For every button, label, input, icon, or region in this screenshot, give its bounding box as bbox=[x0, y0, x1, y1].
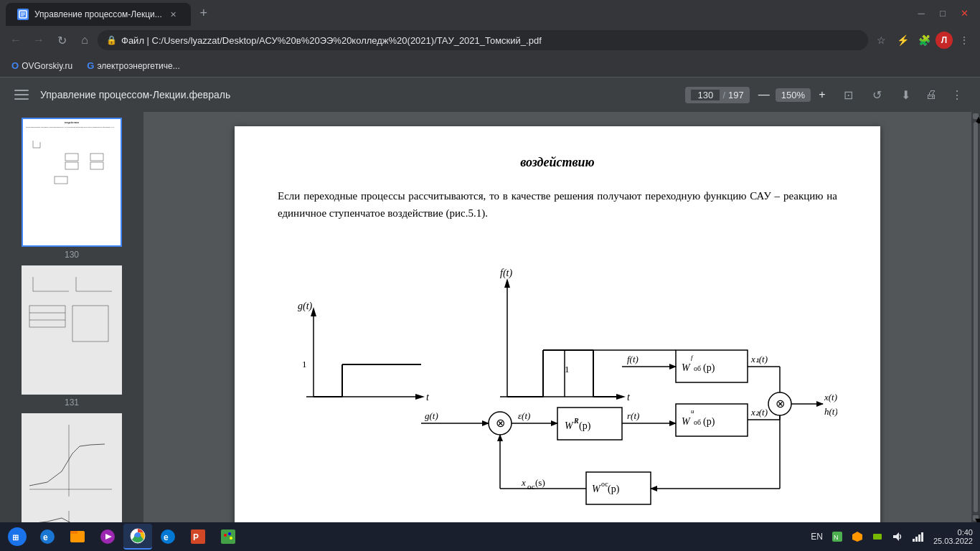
page-number-input[interactable] bbox=[691, 90, 720, 100]
page-separator: / bbox=[722, 90, 725, 100]
performance-button[interactable]: ⚡ bbox=[892, 30, 913, 50]
svg-text:W: W bbox=[682, 416, 691, 427]
svg-text:u: u bbox=[691, 408, 694, 415]
svg-text:W: W bbox=[565, 420, 574, 431]
svg-text:g(t): g(t) bbox=[425, 410, 438, 421]
svg-text:W: W bbox=[682, 362, 691, 373]
svg-text:W: W bbox=[592, 484, 601, 494]
extension-button[interactable]: 🧩 bbox=[914, 30, 934, 50]
svg-text:x: x bbox=[521, 477, 526, 488]
more-options-button[interactable]: ⋮ bbox=[946, 83, 969, 106]
svg-text:f(t): f(t) bbox=[500, 268, 512, 279]
tab-label: Управление процессом-Лекци... bbox=[34, 9, 162, 19]
forward-button[interactable]: → bbox=[29, 30, 49, 50]
taskbar-explorer[interactable] bbox=[63, 524, 92, 550]
minimize-button[interactable]: ─ bbox=[911, 3, 931, 23]
taskbar-powerpoint[interactable]: P bbox=[184, 524, 212, 550]
bookmark-ovgorskiy[interactable]: O OVGorskiy.ru bbox=[6, 57, 78, 74]
bookmark-favicon-1: O bbox=[11, 60, 19, 71]
security-icon: 🔒 bbox=[106, 35, 117, 45]
back-button[interactable]: ← bbox=[6, 30, 26, 50]
pdf-content-area[interactable]: воздействию Если переходные процессы рас… bbox=[143, 112, 971, 522]
svg-text:об: об bbox=[694, 364, 701, 372]
fit-page-button[interactable]: ⊡ bbox=[837, 83, 859, 106]
scroll-up-button[interactable]: ▲ bbox=[973, 113, 979, 119]
print-button[interactable]: 🖨 bbox=[920, 83, 943, 106]
zoom-in-button[interactable]: + bbox=[814, 86, 831, 103]
svg-text:x₁(t): x₁(t) bbox=[750, 354, 768, 364]
tray-network-bars[interactable] bbox=[909, 529, 926, 544]
zoom-out-button[interactable]: — bbox=[755, 86, 773, 103]
svg-text:об: об bbox=[694, 418, 701, 426]
reload-button[interactable]: ↻ bbox=[52, 30, 72, 50]
maximize-button[interactable]: □ bbox=[933, 3, 953, 23]
bookmarks-bar: O OVGorskiy.ru G электроэнергетиче... bbox=[0, 55, 980, 77]
taskbar-media[interactable] bbox=[93, 524, 122, 550]
scroll-thumb[interactable] bbox=[974, 122, 978, 512]
tray-lang-text: EN bbox=[811, 532, 823, 542]
taskbar-chrome[interactable] bbox=[123, 524, 152, 550]
svg-rect-14 bbox=[29, 306, 65, 327]
page-navigation: / 197 bbox=[685, 87, 749, 103]
tray-gpu[interactable] bbox=[869, 529, 886, 544]
svg-marker-36 bbox=[504, 278, 510, 288]
taskbar-paint[interactable] bbox=[214, 524, 242, 550]
url-text: Файл | C:/Users/lyazzat/Desktop/АСУ%20в%… bbox=[121, 35, 859, 46]
active-tab[interactable]: Управление процессом-Лекци... ✕ bbox=[6, 3, 191, 26]
tab-close-button[interactable]: ✕ bbox=[168, 9, 179, 20]
thumb-page-130[interactable]: воздействию Если переходные процессы рас… bbox=[22, 118, 122, 247]
rotate-button[interactable]: ↺ bbox=[865, 83, 888, 106]
download-button[interactable]: ⬇ bbox=[894, 83, 917, 106]
address-bar: ← → ↻ ⌂ 🔒 Файл | C:/Users/lyazzat/Deskto… bbox=[0, 26, 980, 55]
bookmark-google[interactable]: G электроэнергетиче... bbox=[81, 57, 186, 74]
svg-text:ос: ос bbox=[527, 482, 535, 491]
address-actions: ☆ ⚡ 🧩 Л ⋮ bbox=[871, 30, 974, 50]
thumbnail-131[interactable]: 131 bbox=[6, 265, 138, 408]
scroll-down-button[interactable]: ▼ bbox=[973, 515, 979, 521]
url-bar[interactable]: 🔒 Файл | C:/Users/lyazzat/Desktop/АСУ%20… bbox=[98, 30, 868, 50]
pdf-menu-button[interactable] bbox=[11, 85, 32, 105]
home-button[interactable]: ⌂ bbox=[75, 30, 95, 50]
tab-favicon bbox=[17, 9, 29, 20]
zoom-controls: — 150% + bbox=[755, 86, 831, 103]
bookmark-star-button[interactable]: ☆ bbox=[871, 30, 891, 50]
tray-lang[interactable]: EN bbox=[808, 530, 826, 543]
taskbar-edge[interactable]: e bbox=[154, 524, 182, 550]
svg-rect-10 bbox=[90, 162, 103, 169]
svg-text:(p): (p) bbox=[608, 484, 620, 495]
svg-text:(p): (p) bbox=[703, 362, 715, 374]
chrome-menu-button[interactable]: ⋮ bbox=[954, 30, 974, 50]
main-scrollbar[interactable]: ▲ ▼ bbox=[971, 112, 980, 522]
page-heading: воздействию bbox=[278, 155, 837, 170]
svg-text:⊗: ⊗ bbox=[496, 417, 505, 429]
svg-text:f(t): f(t) bbox=[627, 354, 639, 364]
taskbar-ie[interactable]: e bbox=[33, 524, 62, 550]
new-tab-button[interactable]: + bbox=[194, 3, 214, 23]
svg-text:N: N bbox=[834, 534, 839, 541]
page-total: 197 bbox=[728, 90, 744, 100]
close-button[interactable]: ✕ bbox=[954, 3, 974, 23]
svg-marker-87 bbox=[816, 401, 824, 407]
thumbnail-130[interactable]: воздействию Если переходные процессы рас… bbox=[6, 118, 138, 260]
svg-text:1: 1 bbox=[302, 359, 307, 369]
bookmark-label-1: OVGorskiy.ru bbox=[22, 61, 72, 71]
bookmark-label-2: электроэнергетиче... bbox=[97, 61, 179, 71]
thumbnail-132[interactable]: 132 bbox=[6, 413, 138, 522]
tray-network[interactable]: N bbox=[829, 529, 846, 544]
svg-rect-11 bbox=[55, 176, 67, 184]
tray-speaker[interactable] bbox=[889, 529, 906, 544]
svg-rect-125 bbox=[915, 537, 918, 542]
svg-text:⊗: ⊗ bbox=[776, 397, 785, 410]
thumb-page-132[interactable] bbox=[22, 413, 122, 522]
tray-security[interactable] bbox=[849, 529, 866, 544]
thumb-page-131[interactable] bbox=[22, 265, 122, 395]
svg-text:P: P bbox=[193, 532, 199, 542]
taskbar-clock[interactable]: 0:40 25.03.2022 bbox=[929, 527, 977, 547]
bookmark-favicon-2: G bbox=[87, 60, 94, 71]
start-button[interactable]: ⊞ bbox=[3, 524, 32, 550]
svg-point-118 bbox=[230, 537, 232, 540]
profile-button[interactable]: Л bbox=[936, 32, 953, 49]
svg-text:⊞: ⊞ bbox=[12, 533, 19, 542]
block-diagram: g(t) t 1 bbox=[278, 239, 837, 522]
thumbnail-sidebar: воздействию Если переходные процессы рас… bbox=[0, 112, 143, 522]
